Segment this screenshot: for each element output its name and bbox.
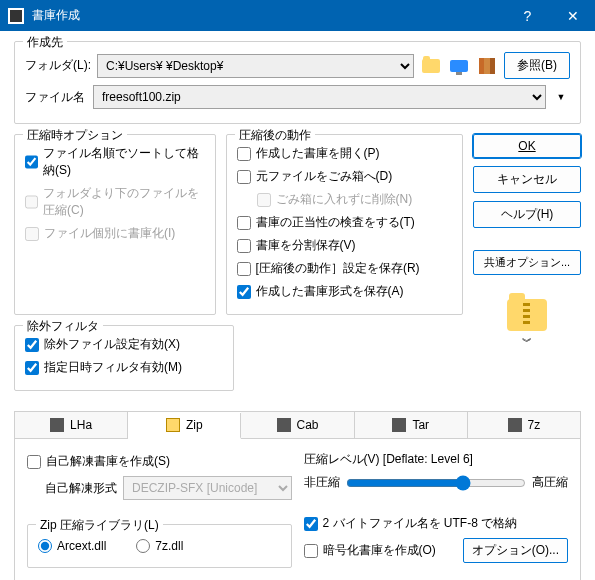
- lib-7z-radio[interactable]: 7z.dll: [136, 539, 183, 553]
- library-icon[interactable]: [476, 55, 498, 77]
- tab-zip[interactable]: Zip: [128, 413, 241, 439]
- save-behavior-check[interactable]: [圧縮後の動作］設定を保存(R): [237, 260, 452, 277]
- folder-label: フォルダ(L):: [25, 57, 91, 74]
- tab-lha[interactable]: LHa: [15, 412, 128, 438]
- level-slider[interactable]: [346, 475, 527, 491]
- archive-type-icon: [507, 299, 547, 331]
- crypto-option-button[interactable]: オプション(O)...: [463, 538, 568, 563]
- zip-lib-legend: Zip 圧縮ライブラリ(L): [36, 517, 163, 534]
- destination-group: 作成先 フォルダ(L): C:¥Users¥ ¥Desktop¥ 参照(B) フ…: [14, 41, 581, 124]
- help-button[interactable]: ?: [505, 0, 550, 31]
- sort-by-name-check[interactable]: ファイル名順でソートして格納(S): [25, 145, 205, 179]
- sfx-format-select: DECZIP-SFX [Unicode]: [123, 476, 292, 500]
- enable-filter-check[interactable]: 除外ファイル設定有効(X): [25, 336, 223, 353]
- utf8-check[interactable]: 2 バイトファイル名を UTF-8 で格納: [304, 515, 569, 532]
- level-label: 圧縮レベル(V): [304, 452, 380, 466]
- folder-select[interactable]: C:¥Users¥ ¥Desktop¥: [97, 54, 414, 78]
- level-slider-row: 非圧縮 高圧縮: [304, 474, 569, 491]
- zip-panel: 自己解凍書庫を作成(S) 自己解凍形式 DECZIP-SFX [Unicode]…: [14, 438, 581, 580]
- zip-lib-group: Zip 圧縮ライブラリ(L) Arcext.dll 7z.dll: [27, 524, 292, 568]
- tab-cab[interactable]: Cab: [241, 412, 354, 438]
- cancel-button[interactable]: キャンセル: [473, 166, 581, 193]
- open-created-check[interactable]: 作成した書庫を開く(P): [237, 145, 452, 162]
- browse-button[interactable]: 参照(B): [504, 52, 570, 79]
- split-check[interactable]: 書庫を分割保存(V): [237, 237, 452, 254]
- level-value: [Deflate: Level 6]: [383, 452, 473, 466]
- delete-no-trash-check: ごみ箱に入れずに削除(N): [257, 191, 452, 208]
- sfx-group: 自己解凍書庫を作成(S) 自己解凍形式 DECZIP-SFX [Unicode]: [27, 451, 292, 514]
- filename-dropdown-icon[interactable]: ▼: [552, 86, 570, 108]
- app-icon: [8, 8, 24, 24]
- tab-tar[interactable]: Tar: [355, 412, 468, 438]
- verify-check[interactable]: 書庫の正当性の検査をする(T): [237, 214, 452, 231]
- format-tabs: LHa Zip Cab Tar 7z: [14, 411, 581, 438]
- filename-label: ファイル名: [25, 89, 87, 106]
- expand-toggle-icon[interactable]: ︾: [473, 339, 581, 345]
- destination-legend: 作成先: [23, 34, 67, 51]
- after-compress-legend: 圧縮後の動作: [235, 127, 315, 144]
- compress-options-legend: 圧縮時オプション: [23, 127, 127, 144]
- level-low-label: 非圧縮: [304, 474, 340, 491]
- save-format-check[interactable]: 作成した書庫形式を保存(A): [237, 283, 452, 300]
- sfx-format-label: 自己解凍形式: [45, 480, 117, 497]
- date-filter-check[interactable]: 指定日時フィルタ有効(M): [25, 359, 223, 376]
- per-file-check: ファイル個別に書庫化(I): [25, 225, 205, 242]
- level-high-label: 高圧縮: [532, 474, 568, 491]
- filename-select[interactable]: freesoft100.zip: [93, 85, 546, 109]
- help-std-button[interactable]: ヘルプ(H): [473, 201, 581, 228]
- common-options-button[interactable]: 共通オプション...: [473, 250, 581, 275]
- exclude-filter-group: 除外フィルタ 除外ファイル設定有効(X) 指定日時フィルタ有効(M): [14, 325, 234, 391]
- titlebar: 書庫作成 ? ✕: [0, 0, 595, 31]
- exclude-filter-legend: 除外フィルタ: [23, 318, 103, 335]
- after-compress-group: 圧縮後の動作 作成した書庫を開く(P) 元ファイルをごみ箱へ(D) ごみ箱に入れ…: [226, 134, 463, 315]
- lib-arcext-radio[interactable]: Arcext.dll: [38, 539, 106, 553]
- sfx-check[interactable]: 自己解凍書庫を作成(S): [27, 453, 292, 470]
- below-folder-check: フォルダより下のファイルを圧縮(C): [25, 185, 205, 219]
- desktop-icon[interactable]: [448, 55, 470, 77]
- close-button[interactable]: ✕: [550, 0, 595, 31]
- open-folder-icon[interactable]: [420, 55, 442, 77]
- compress-options-group: 圧縮時オプション ファイル名順でソートして格納(S) フォルダより下のファイルを…: [14, 134, 216, 315]
- ok-button[interactable]: OK: [473, 134, 581, 158]
- window-title: 書庫作成: [32, 7, 505, 24]
- crypto-check[interactable]: 暗号化書庫を作成(O): [304, 542, 455, 559]
- to-trash-check[interactable]: 元ファイルをごみ箱へ(D): [237, 168, 452, 185]
- tab-7z[interactable]: 7z: [468, 412, 580, 438]
